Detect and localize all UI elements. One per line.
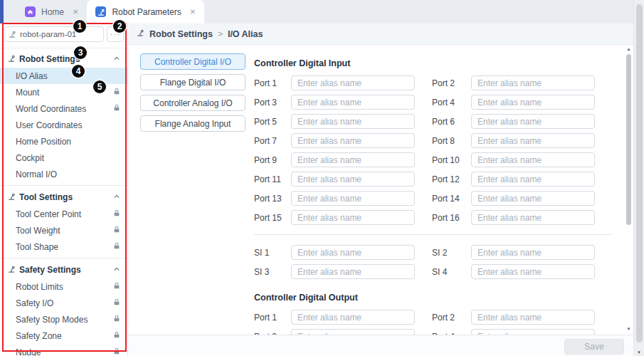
form-field: SI 1 (254, 245, 415, 260)
chevron-up-icon[interactable] (113, 192, 120, 202)
alias-input-port-3[interactable] (291, 95, 415, 110)
alias-input-port-10[interactable] (471, 152, 595, 167)
chevron-up-icon[interactable] (113, 265, 120, 275)
sidebar-group-safety-settings[interactable]: Safety Settings (0, 261, 127, 278)
sidebar-group-robot-settings[interactable]: Robot Settings (0, 51, 127, 68)
form-row: Port 5Port 6 (254, 114, 611, 129)
alias-input-port-13[interactable] (291, 191, 415, 206)
sidebar-item-user-coordinates[interactable]: User Coordinates (0, 117, 127, 133)
form-field: Port 3 (254, 95, 415, 110)
alias-input-port-1[interactable] (291, 75, 415, 90)
sidebar-item-nudge[interactable]: Nudge (0, 344, 127, 356)
form-row: Port 1Port 2 (254, 310, 611, 325)
group-divider (0, 185, 127, 186)
alias-input-port-6[interactable] (471, 114, 595, 129)
alias-input-port-11[interactable] (291, 172, 415, 187)
alias-input-port-15[interactable] (291, 210, 415, 225)
param-name-input[interactable] (4, 26, 104, 42)
alias-input-port-8[interactable] (471, 133, 595, 148)
sidebar-item-tool-shape[interactable]: Tool Shape (0, 239, 127, 255)
form-field: Port 15 (254, 210, 415, 225)
alias-input-port-3[interactable] (291, 329, 415, 335)
chevron-up-icon[interactable] (113, 54, 120, 64)
sidebar-item-normal-i-o[interactable]: Normal I/O (0, 166, 127, 182)
form-row: SI 1SI 2 (254, 245, 611, 260)
close-icon[interactable]: ✕ (73, 8, 78, 16)
field-label: Port 15 (254, 213, 291, 223)
group-label: Tool Settings (19, 192, 110, 202)
sidebar-item-tool-weight[interactable]: Tool Weight (0, 222, 127, 239)
alias-input-port-14[interactable] (471, 191, 595, 206)
form-field: SI 2 (432, 245, 595, 260)
lock-icon (113, 88, 120, 98)
section-title: Controller Digital Input (254, 58, 611, 68)
alias-input-port-4[interactable] (471, 95, 595, 110)
alias-input-port-9[interactable] (291, 152, 415, 167)
item-label: Safety Zone (16, 331, 113, 341)
tab-robot-parameters[interactable]: Robot Parameters✕ (87, 0, 204, 23)
alias-input-port-7[interactable] (291, 133, 415, 148)
alias-input-si-4[interactable] (471, 264, 595, 279)
alias-input-port-5[interactable] (291, 114, 415, 129)
form-field: Port 4 (432, 329, 595, 335)
field-label: SI 3 (254, 267, 291, 277)
more-options-button[interactable]: ··· (107, 26, 124, 42)
form-row: Port 3Port 4 (254, 329, 611, 335)
scroll-up-icon[interactable]: ▲ (625, 47, 632, 51)
sidebar-group-tool-settings[interactable]: Tool Settings (0, 189, 127, 206)
io-tab-controller-digital-i-o[interactable]: Controller Digital I/O (140, 53, 246, 70)
robot-icon (7, 54, 16, 65)
tab-home[interactable]: Home✕ (16, 0, 87, 23)
lock-icon (113, 104, 120, 114)
lock-icon (113, 331, 120, 341)
form-field: Port 6 (432, 114, 595, 129)
field-label: Port 14 (432, 194, 471, 204)
sidebar-item-tool-center-point[interactable]: Tool Center Point (0, 206, 127, 222)
item-label: Mount (16, 88, 113, 98)
main-content: Controller Digital I/OFlange Digital I/O… (129, 45, 624, 335)
io-tab-flange-digital-i-o[interactable]: Flange Digital I/O (140, 74, 246, 90)
alias-input-port-16[interactable] (471, 210, 595, 225)
group-label: Safety Settings (19, 265, 110, 275)
field-label: Port 6 (432, 117, 471, 127)
sidebar: ··· Robot SettingsI/O AliasMountWorld Co… (0, 23, 128, 356)
lock-icon (113, 209, 120, 219)
form-field: Port 12 (432, 172, 595, 187)
sidebar-item-cockpit[interactable]: Cockpit (0, 150, 127, 166)
scroll-down-icon[interactable]: ▼ (634, 350, 644, 355)
alias-input-port-2[interactable] (471, 75, 595, 90)
io-tab-flange-analog-input[interactable]: Flange Analog Input (140, 115, 246, 132)
item-label: Robot Limits (16, 282, 113, 292)
close-icon[interactable]: ✕ (190, 8, 196, 16)
sidebar-item-mount[interactable]: Mount (0, 84, 127, 100)
sidebar-item-safety-zone[interactable]: Safety Zone (0, 328, 127, 344)
sidebar-item-robot-limits[interactable]: Robot Limits (0, 278, 127, 295)
io-tab-controller-analog-i-o[interactable]: Controller Analog I/O (140, 95, 246, 111)
sidebar-item-safety-stop-modes[interactable]: Safety Stop Modes (0, 311, 127, 328)
alias-input-port-4[interactable] (471, 329, 595, 335)
form-row: Port 11Port 12 (254, 172, 611, 187)
robot-icon (7, 265, 16, 276)
alias-input-port-12[interactable] (471, 172, 595, 187)
scroll-down-icon[interactable]: ▼ (625, 327, 632, 331)
item-label: Tool Shape (16, 242, 113, 252)
alias-input-si-3[interactable] (291, 264, 415, 279)
alias-input-si-2[interactable] (471, 245, 595, 260)
window-scrollbar[interactable]: ▼ (633, 0, 644, 356)
sidebar-item-home-position[interactable]: Home Position (0, 133, 127, 150)
lock-icon (113, 226, 120, 236)
sidebar-item-world-coordinates[interactable]: World Coordinates (0, 100, 127, 117)
scrollbar-thumb[interactable] (626, 54, 631, 225)
form-row: Port 3Port 4 (254, 95, 611, 110)
save-button[interactable]: Save (564, 339, 624, 355)
sidebar-item-i-o-alias[interactable]: I/O Alias (0, 68, 127, 84)
content-scrollbar[interactable]: ▲ ▼ (624, 45, 633, 335)
alias-input-port-2[interactable] (471, 310, 595, 325)
alias-input-port-1[interactable] (291, 310, 415, 325)
scrollbar-thumb[interactable] (636, 4, 643, 342)
footer-bar: Save (129, 335, 633, 356)
alias-input-si-1[interactable] (291, 245, 415, 260)
breadcrumb-parent[interactable]: Robot Settings (149, 29, 213, 39)
field-label: Port 1 (254, 78, 291, 88)
sidebar-item-safety-i-o[interactable]: Safety I/O (0, 295, 127, 311)
